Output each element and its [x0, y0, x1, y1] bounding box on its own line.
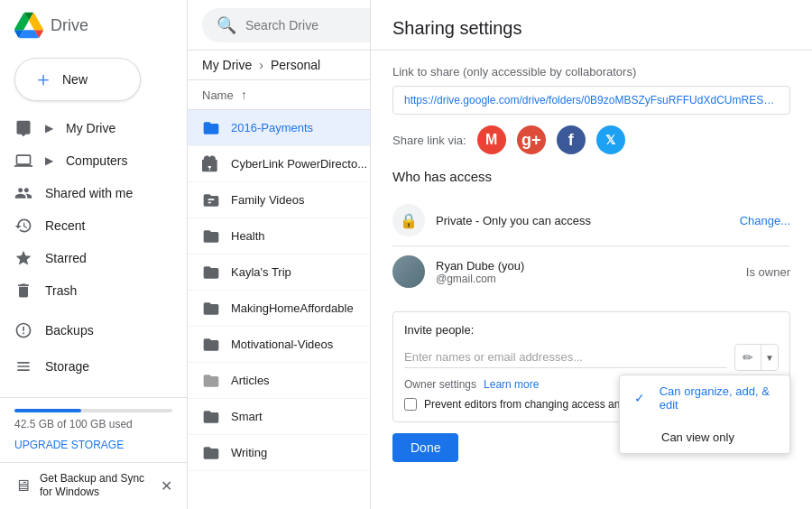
folder-icon — [202, 444, 220, 462]
sharing-panel: Sharing settings Link to share (only acc… — [370, 0, 812, 509]
sidebar-item-my-drive-label: My Drive — [66, 121, 115, 135]
backups-icon — [14, 321, 32, 339]
sidebar-item-shared-label: Shared with me — [45, 186, 133, 200]
new-button[interactable]: ＋ New — [14, 58, 141, 101]
facebook-share-button[interactable]: f — [557, 125, 586, 154]
folder-icon — [202, 300, 220, 318]
user-name: Ryan Dube (you) — [436, 259, 735, 273]
user-role: Is owner — [746, 265, 790, 279]
change-access-link[interactable]: Change... — [740, 214, 790, 227]
sidebar-item-backups-label: Backups — [45, 323, 94, 338]
sidebar-item-computers-label: Computers — [66, 153, 127, 168]
privacy-label: Private - Only you can access — [436, 214, 729, 227]
people-folder-icon — [202, 264, 220, 282]
sidebar-item-trash[interactable]: Trash — [0, 274, 180, 307]
sidebar: Drive ＋ New ▶ My Drive ▶ Computers Share… — [0, 0, 188, 509]
logo-text: Drive — [51, 16, 88, 35]
shared-icon — [14, 184, 32, 202]
sharing-header: Sharing settings — [371, 0, 812, 51]
storage-bar — [14, 409, 172, 412]
sidebar-header: Drive — [0, 0, 187, 51]
permissions-dropdown-arrow[interactable]: ▼ — [761, 347, 778, 368]
avatar-image — [392, 255, 425, 288]
pencil-icon: ✏ — [735, 345, 761, 370]
footer-text: Get Backup and Sync for Windows — [40, 472, 152, 500]
who-has-access-label: Who has access — [392, 169, 790, 184]
gplus-share-button[interactable]: g+ — [517, 125, 546, 154]
storage-text: 42.5 GB of 100 GB used — [14, 418, 172, 430]
my-drive-expand: ▶ — [45, 122, 53, 134]
starred-icon — [14, 249, 32, 267]
sidebar-item-computers[interactable]: ▶ Computers — [0, 144, 180, 177]
done-button[interactable]: Done — [392, 433, 458, 462]
check-icon: ✓ — [634, 391, 649, 405]
storage-section: 42.5 GB of 100 GB used UPGRADE STORAGE — [0, 397, 187, 462]
dropdown-item-can-edit[interactable]: ✓ Can organize, add, & edit — [620, 375, 789, 421]
sidebar-item-backups[interactable]: Backups — [0, 314, 180, 347]
gmail-share-button[interactable]: M — [477, 125, 506, 154]
folder-icon — [202, 336, 220, 354]
sidebar-item-my-drive[interactable]: ▶ My Drive — [0, 112, 180, 144]
people-folder-icon — [202, 372, 220, 390]
storage-icon — [14, 357, 32, 375]
breadcrumb-personal[interactable]: Personal — [271, 58, 320, 72]
main-content: 🔍 My Drive › Personal Name ↑ 2016-Paymen… — [188, 0, 812, 509]
user-row: Ryan Dube (you) @gmail.com Is owner — [392, 246, 790, 297]
computers-icon — [14, 152, 32, 170]
upgrade-link[interactable]: UPGRADE STORAGE — [14, 439, 124, 451]
trash-icon — [14, 282, 32, 300]
storage-fill — [14, 409, 81, 412]
user-email: @gmail.com — [436, 273, 735, 285]
share-via-label: Share link via: — [392, 134, 466, 147]
footer-close-button[interactable]: ✕ — [161, 477, 172, 495]
permissions-button[interactable]: ✏ ▼ — [734, 344, 779, 371]
folder-icon — [202, 227, 220, 245]
permissions-dropdown-menu: ✓ Can organize, add, & edit ✓ Can view o… — [619, 375, 790, 454]
sharing-title: Sharing settings — [392, 18, 790, 39]
learn-more-link[interactable]: Learn more — [484, 378, 539, 391]
computers-expand: ▶ — [45, 154, 53, 167]
prevent-checkbox[interactable] — [404, 398, 417, 411]
link-section-label: Link to share (only accessible by collab… — [392, 65, 790, 79]
people-folder-icon — [202, 191, 220, 209]
share-link-box[interactable]: https://drive.google.com/drive/folders/0… — [392, 86, 790, 115]
sort-label: Name — [202, 88, 234, 102]
invite-label: Invite people: — [404, 323, 779, 337]
owner-settings-label: Owner settings — [404, 378, 476, 391]
sidebar-item-storage-label: Storage — [45, 359, 89, 374]
people-folder-icon — [202, 155, 220, 173]
sidebar-nav: ▶ My Drive ▶ Computers Shared with me Re… — [0, 108, 187, 397]
access-row: 🔒 Private - Only you can access Change..… — [392, 195, 790, 246]
dropdown-item-can-view[interactable]: ✓ Can view only — [620, 421, 789, 453]
dropdown-item-can-view-label: Can view only — [661, 430, 734, 444]
user-info: Ryan Dube (you) @gmail.com — [436, 259, 735, 285]
folder-icon — [202, 119, 220, 137]
sidebar-item-storage[interactable]: Storage — [0, 350, 180, 383]
dropdown-item-can-edit-label: Can organize, add, & edit — [660, 384, 775, 412]
sidebar-item-starred[interactable]: Starred — [0, 242, 180, 274]
sort-ascending-icon[interactable]: ↑ — [241, 88, 247, 102]
new-button-label: New — [62, 72, 88, 87]
sidebar-item-recent-label: Recent — [45, 218, 85, 233]
invite-input[interactable] — [404, 347, 727, 368]
avatar — [392, 255, 425, 288]
breadcrumb-my-drive[interactable]: My Drive — [202, 58, 252, 72]
plus-icon: ＋ — [33, 69, 53, 89]
invite-input-row: ✏ ▼ — [404, 344, 779, 371]
search-icon: 🔍 — [217, 15, 236, 35]
lock-icon: 🔒 — [392, 204, 425, 236]
recent-icon — [14, 217, 32, 235]
logo-area: Drive — [14, 11, 88, 40]
my-drive-icon — [14, 119, 32, 137]
sidebar-footer: 🖥 Get Backup and Sync for Windows ✕ — [0, 462, 187, 509]
google-drive-logo — [14, 11, 43, 40]
sidebar-item-trash-label: Trash — [45, 283, 77, 298]
twitter-share-button[interactable]: 𝕏 — [596, 125, 625, 154]
monitor-icon: 🖥 — [14, 477, 31, 495]
share-via-row: Share link via: M g+ f 𝕏 — [392, 125, 790, 154]
sidebar-item-shared[interactable]: Shared with me — [0, 177, 180, 209]
folder-icon — [202, 408, 220, 426]
sidebar-item-starred-label: Starred — [45, 251, 87, 265]
sidebar-item-recent[interactable]: Recent — [0, 209, 180, 242]
breadcrumb-separator: › — [259, 58, 263, 72]
